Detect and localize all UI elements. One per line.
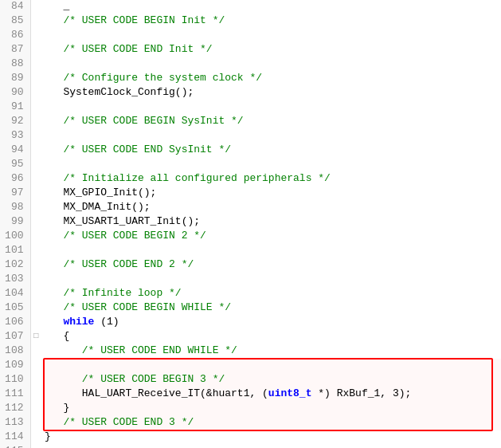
code-line xyxy=(41,273,501,287)
line-number: 94 xyxy=(0,143,30,158)
fold-icon xyxy=(30,57,41,72)
line-number: 102 xyxy=(0,258,30,273)
line-number: 86 xyxy=(0,29,30,43)
code-line: } xyxy=(41,402,501,416)
code-line: { xyxy=(41,330,501,344)
code-line: /* USER CODE BEGIN SysInit */ xyxy=(41,115,501,129)
line-number: 114 xyxy=(0,430,30,445)
fold-icon xyxy=(30,187,41,201)
fold-icon xyxy=(30,215,41,230)
code-line: /* USER CODE END Init */ xyxy=(41,43,501,57)
line-number: 105 xyxy=(0,301,30,316)
fold-icon xyxy=(30,301,41,316)
line-number: 91 xyxy=(0,100,30,115)
code-line: /* Initialize all configured peripherals… xyxy=(41,172,501,187)
fold-icon xyxy=(30,115,41,129)
line-number: 112 xyxy=(0,402,30,416)
line-number: 115 xyxy=(0,445,30,448)
line-number: 92 xyxy=(0,115,30,129)
line-number: 85 xyxy=(0,14,30,29)
fold-icon xyxy=(30,416,41,430)
line-number: 90 xyxy=(0,86,30,100)
line-number: 111 xyxy=(0,387,30,402)
line-number: 109 xyxy=(0,359,30,373)
code-line: /* USER CODE BEGIN Init */ xyxy=(41,14,501,29)
highlighted-row: 109 xyxy=(0,359,501,373)
line-number: 108 xyxy=(0,344,30,359)
fold-icon xyxy=(30,0,41,14)
line-number: 107 xyxy=(0,330,30,344)
code-line xyxy=(41,29,501,43)
fold-icon xyxy=(30,14,41,29)
fold-icon xyxy=(30,86,41,100)
line-number: 97 xyxy=(0,187,30,201)
code-line: /* USER CODE BEGIN 2 */ xyxy=(41,230,501,244)
line-number: 88 xyxy=(0,57,30,72)
line-number: 95 xyxy=(0,158,30,172)
code-line xyxy=(41,100,501,115)
fold-icon xyxy=(30,258,41,273)
line-number: 96 xyxy=(0,172,30,187)
fold-icon xyxy=(30,43,41,57)
highlighted-row: 113 /* USER CODE END 3 */ xyxy=(0,416,501,430)
code-line xyxy=(41,359,501,373)
code-line: SystemClock_Config(); xyxy=(41,86,501,100)
fold-icon xyxy=(30,172,41,187)
line-number: 101 xyxy=(0,244,30,258)
fold-icon xyxy=(30,244,41,258)
highlighted-row: 112 } xyxy=(0,402,501,416)
line-number: 99 xyxy=(0,215,30,230)
line-number: 87 xyxy=(0,43,30,57)
fold-icon xyxy=(30,373,41,387)
fold-icon xyxy=(30,143,41,158)
code-line xyxy=(41,57,501,72)
code-line: /* USER CODE BEGIN WHILE */ xyxy=(41,301,501,316)
code-container: 84 _85 /* USER CODE BEGIN Init */86 87 /… xyxy=(0,0,501,448)
fold-icon xyxy=(30,387,41,402)
code-line: /* USER CODE END WHILE */ xyxy=(41,344,501,359)
code-line: /* Configure the system clock */ xyxy=(41,72,501,86)
fold-icon xyxy=(30,316,41,330)
code-line: /* USER CODE END 2 */ xyxy=(41,258,501,273)
fold-icon xyxy=(30,287,41,301)
fold-icon xyxy=(30,359,41,373)
code-table: 84 _85 /* USER CODE BEGIN Init */86 87 /… xyxy=(0,0,501,448)
code-line xyxy=(41,129,501,143)
code-line: _ xyxy=(41,0,501,14)
line-number: 84 xyxy=(0,0,30,14)
code-line: HAL_UART_Receive_IT(&huart1, (uint8_t *)… xyxy=(41,387,501,402)
fold-icon xyxy=(30,273,41,287)
fold-icon[interactable]: □ xyxy=(30,330,41,344)
fold-icon xyxy=(30,29,41,43)
code-line: MX_GPIO_Init(); xyxy=(41,187,501,201)
code-line: /* USER CODE END SysInit */ xyxy=(41,143,501,158)
fold-icon xyxy=(30,201,41,215)
fold-icon xyxy=(30,129,41,143)
line-number: 98 xyxy=(0,201,30,215)
code-line: MX_USART1_UART_Init(); xyxy=(41,215,501,230)
highlighted-row: 110 /* USER CODE BEGIN 3 */ xyxy=(0,373,501,387)
line-number: 100 xyxy=(0,230,30,244)
fold-icon xyxy=(30,445,41,448)
fold-icon xyxy=(30,430,41,445)
code-line: MX_DMA_Init(); xyxy=(41,201,501,215)
code-line xyxy=(41,445,501,448)
code-line: } xyxy=(41,430,501,445)
line-number: 106 xyxy=(0,316,30,330)
line-number: 113 xyxy=(0,416,30,430)
line-number: 89 xyxy=(0,72,30,86)
line-number: 93 xyxy=(0,129,30,143)
line-number: 103 xyxy=(0,273,30,287)
fold-icon xyxy=(30,402,41,416)
code-line: while (1) xyxy=(41,316,501,330)
code-line: /* USER CODE BEGIN 3 */ xyxy=(41,373,501,387)
fold-icon xyxy=(30,230,41,244)
line-number: 104 xyxy=(0,287,30,301)
code-line: /* USER CODE END 3 */ xyxy=(41,416,501,430)
code-line xyxy=(41,244,501,258)
fold-icon xyxy=(30,72,41,86)
line-number: 110 xyxy=(0,373,30,387)
fold-icon xyxy=(30,100,41,115)
fold-icon xyxy=(30,158,41,172)
highlighted-row: 111 HAL_UART_Receive_IT(&huart1, (uint8_… xyxy=(0,387,501,402)
